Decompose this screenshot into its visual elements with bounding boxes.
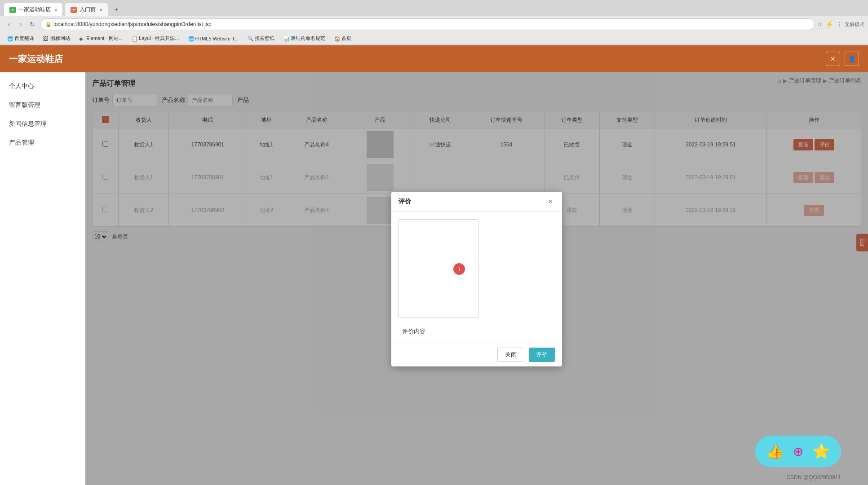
modal-dialog: 评价 × i 评价内容 xyxy=(391,192,562,366)
sidebar-item-messages[interactable]: 留言版管理 xyxy=(0,96,85,115)
bookmark-icon-5: 🔍 xyxy=(248,36,253,41)
tab-2[interactable]: ● 入门页 × xyxy=(65,3,108,16)
new-tab-button[interactable]: + xyxy=(110,3,123,16)
tab-favicon-2: ● xyxy=(71,7,77,13)
bookmark-icon-1: 🖼 xyxy=(43,36,49,41)
tab-favicon-1: ● xyxy=(9,7,16,13)
modal-submit-button[interactable]: 评价 xyxy=(529,348,555,362)
bookmark-icon-6: 📊 xyxy=(283,36,289,41)
site-header: 一家运动鞋店 ✕ 👤 xyxy=(0,45,868,72)
modal-close-button[interactable]: × xyxy=(546,197,555,206)
tab-label-2: 入门页 xyxy=(80,6,96,13)
modal-overlay[interactable]: 评价 × i 评价内容 xyxy=(85,72,868,485)
modal-content-label: 评价内容 xyxy=(399,325,425,335)
page-wrapper: 一家运动鞋店 ✕ 👤 个人中心 留言版管理 新闻信息管理 产品管理 xyxy=(0,45,868,485)
modal-form-row: i xyxy=(399,219,555,319)
star-bookmark-icon[interactable]: ☆ xyxy=(817,21,822,27)
main-wrapper: 个人中心 留言版管理 新闻信息管理 产品管理 ⌂ ▶ 产品订单管理 ▶ 产品订单… xyxy=(0,72,868,485)
bookmark-label-0: 百度翻译 xyxy=(14,35,34,42)
bookmark-6[interactable]: 📊 表结构命名规范 xyxy=(280,34,329,43)
bookmark-5[interactable]: 🔍 搜索壁纸 xyxy=(244,34,278,43)
nav-buttons: ‹ › ↻ xyxy=(4,19,38,30)
bookmark-label-6: 表结构命名规范 xyxy=(291,35,325,42)
bookmark-7[interactable]: 🏠 首页 xyxy=(331,34,355,43)
bookmark-label-1: 图标网站 xyxy=(50,35,70,42)
sidebar: 个人中心 留言版管理 新闻信息管理 产品管理 xyxy=(0,72,85,485)
content-area: ⌂ ▶ 产品订单管理 ▶ 产品订单列表 产品订单管理 订单号 产品名称 xyxy=(85,72,868,485)
refresh-button[interactable]: ↻ xyxy=(27,19,38,30)
user-icon[interactable]: 👤 xyxy=(845,52,859,66)
modal-close-modal-button[interactable]: 关闭 xyxy=(497,348,524,362)
modal-header: 评价 × xyxy=(391,192,562,212)
bookmark-icon-7: 🏠 xyxy=(334,36,340,41)
no-distraction-label: 无痕模式 xyxy=(845,21,864,28)
bookmark-1[interactable]: 🖼 图标网站 xyxy=(40,34,74,43)
tab-active[interactable]: ● 一家运动鞋店 × xyxy=(4,3,63,16)
address-text: localhost:8080/yundongxiedian/jsp/module… xyxy=(53,21,212,27)
textarea-wrapper: i xyxy=(399,219,555,319)
coin-icon[interactable]: ⊕ xyxy=(793,444,803,459)
browser-chrome: ● 一家运动鞋店 × ● 入门页 × + ‹ › ↻ 🔒 localhost:8… xyxy=(0,0,868,45)
floating-widget: 👍 ⊕ ⭐ CSDN @QQ32953911 xyxy=(755,436,841,467)
modal-label-row: 评价内容 xyxy=(399,325,555,335)
bookmark-icon-3: 📋 xyxy=(132,36,137,41)
bookmark-icon-0: 🌐 xyxy=(7,36,13,41)
modal-body: i 评价内容 xyxy=(391,212,562,343)
bookmark-icon-4: 🌐 xyxy=(188,36,194,41)
bookmark-4[interactable]: 🌐 HTML5 Website T... xyxy=(185,35,242,42)
rating-textarea[interactable] xyxy=(399,219,478,318)
bookmark-3[interactable]: 📋 Layui - 经典开源... xyxy=(128,34,182,43)
star-icon[interactable]: ⭐ xyxy=(812,443,830,460)
bookmark-label-3: Layui - 经典开源... xyxy=(139,35,179,42)
forward-button[interactable]: › xyxy=(15,19,26,30)
like-icon[interactable]: 👍 xyxy=(766,443,784,460)
bookmark-label-5: 搜索壁纸 xyxy=(255,35,275,42)
bookmarks-bar: 🌐 百度翻译 🖼 图标网站 ◈ Element - 网站... 📋 Layui … xyxy=(0,32,868,45)
sidebar-item-personal[interactable]: 个人中心 xyxy=(0,77,85,96)
bookmark-label-4: HTML5 Website T... xyxy=(195,36,239,41)
tab-label-1: 一家运动鞋店 xyxy=(18,6,51,13)
bookmark-label-2: Element - 网站... xyxy=(86,35,123,42)
tab-close-1[interactable]: × xyxy=(54,7,57,13)
tab-bar: ● 一家运动鞋店 × ● 入门页 × + xyxy=(0,0,868,16)
settings-icon[interactable]: ✕ xyxy=(826,52,840,66)
browser-actions: ☆ ⚡ ⋮ 无痕模式 xyxy=(817,20,864,29)
lock-icon: 🔒 xyxy=(45,22,52,27)
bookmark-icon-2: ◈ xyxy=(79,36,84,41)
site-title: 一家运动鞋店 xyxy=(9,53,63,65)
header-icons: ✕ 👤 xyxy=(826,52,859,66)
bookmark-0[interactable]: 🌐 百度翻译 xyxy=(4,34,38,43)
modal-title: 评价 xyxy=(399,198,411,206)
sidebar-item-products[interactable]: 产品管理 xyxy=(0,133,85,152)
menu-icon[interactable]: ⋮ xyxy=(837,21,842,27)
address-bar: ‹ › ↻ 🔒 localhost:8080/yundongxiedian/js… xyxy=(0,16,868,32)
modal-footer: 关闭 评价 xyxy=(391,343,562,366)
address-input[interactable]: 🔒 localhost:8080/yundongxiedian/jsp/modu… xyxy=(40,18,815,30)
sidebar-item-news[interactable]: 新闻信息管理 xyxy=(0,115,85,133)
extension-icon[interactable]: ⚡ xyxy=(825,20,834,29)
bookmark-2[interactable]: ◈ Element - 网站... xyxy=(75,34,126,43)
bookmark-label-7: 首页 xyxy=(341,35,351,42)
back-button[interactable]: ‹ xyxy=(4,19,14,30)
tab-close-2[interactable]: × xyxy=(99,7,102,13)
csdn-label: CSDN @QQ32953911 xyxy=(786,474,841,481)
